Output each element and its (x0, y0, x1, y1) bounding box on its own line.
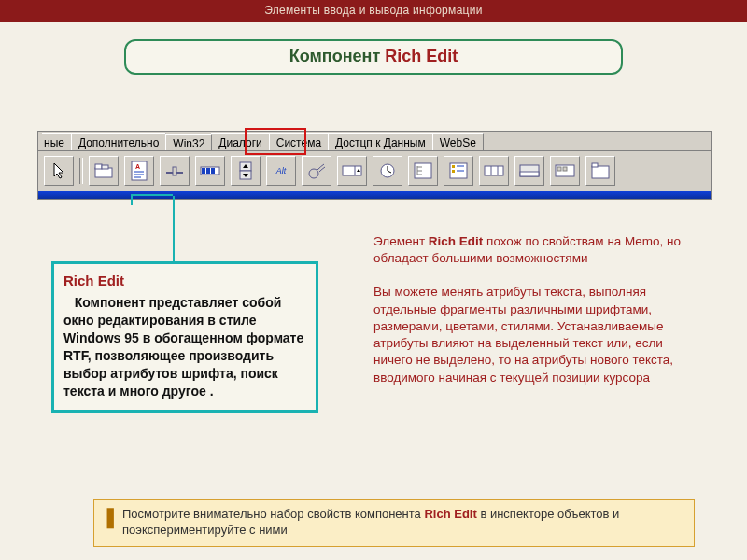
right-explainer: Элемент Rich Edit похож по свойствам на … (374, 233, 691, 386)
svg-rect-39 (563, 167, 567, 171)
treeview-icon[interactable] (408, 156, 438, 186)
title-box: Компонент Rich Edit (124, 39, 623, 75)
svg-rect-9 (173, 167, 176, 175)
svg-text:A: A (135, 163, 140, 170)
svg-rect-32 (485, 166, 503, 175)
svg-point-16 (309, 169, 318, 178)
tab-fragment-left[interactable]: ные (42, 133, 72, 150)
palette-tabs: ные Дополнительно Win32 Диалоги Система … (38, 132, 711, 150)
statusbar-icon[interactable] (514, 156, 544, 186)
right-paragraph-2: Вы можете менять атрибуты текста, выполн… (374, 284, 691, 385)
cursor-icon[interactable] (44, 156, 74, 186)
svg-rect-13 (211, 168, 215, 174)
svg-rect-40 (592, 166, 609, 178)
title-part1: Компонент (289, 47, 386, 65)
tab-win32[interactable]: Win32 (165, 134, 212, 150)
svg-rect-36 (520, 172, 539, 176)
toolbar-divider (79, 158, 83, 184)
svg-rect-1 (95, 164, 102, 169)
svg-rect-38 (557, 167, 561, 171)
hotkey-icon[interactable]: Alt (266, 156, 296, 186)
right-paragraph-1: Элемент Rich Edit похож по свойствам на … (374, 233, 691, 267)
updown-icon[interactable] (231, 156, 261, 186)
datetime-icon[interactable] (337, 156, 367, 186)
svg-rect-41 (592, 163, 598, 167)
progressbar-icon[interactable] (195, 156, 225, 186)
animate-icon[interactable] (302, 156, 331, 186)
svg-rect-11 (202, 168, 205, 174)
toolbar-icon[interactable] (550, 156, 580, 186)
tab-dialogs[interactable]: Диалоги (211, 133, 269, 150)
desc-body: Компонент представляет собой окно редакт… (63, 294, 306, 399)
page-header: Элементы ввода и вывода информации (0, 0, 747, 22)
tab-data-access[interactable]: Достцп к Данным (328, 133, 433, 150)
desc-heading: Rich Edit (63, 272, 306, 290)
richedit-description-box: Rich Edit Компонент представляет собой о… (51, 261, 318, 413)
svg-rect-29 (452, 170, 455, 173)
tip-box: ❚ Посмотрите внимательно набор свойств к… (93, 499, 695, 547)
tab-additional[interactable]: Дополнительно (71, 133, 166, 150)
monthcal-icon[interactable] (373, 156, 402, 186)
title-part2: Rich Edit (385, 47, 458, 65)
callout-connector (131, 194, 173, 196)
tip-text: Посмотрите внимательно набор свойств ком… (122, 507, 619, 537)
tip-icon: ❚ (102, 504, 119, 531)
svg-rect-2 (102, 165, 108, 169)
palette-toolrow: A Alt (38, 150, 711, 191)
svg-rect-12 (206, 168, 210, 174)
header-icon[interactable] (479, 156, 509, 186)
svg-rect-28 (452, 165, 455, 168)
pagecontrol-icon[interactable] (585, 156, 615, 186)
richedit-icon[interactable]: A (124, 156, 154, 186)
trackbar-icon[interactable] (160, 156, 190, 186)
component-palette: ные Дополнительно Win32 Диалоги Система … (37, 131, 710, 200)
callout-connector (173, 196, 175, 261)
listview-icon[interactable] (444, 156, 473, 186)
tab-system[interactable]: Система (269, 133, 329, 150)
tab-control-icon[interactable] (89, 156, 119, 186)
callout-connector (131, 194, 133, 205)
tab-fragment-right[interactable]: WebSe (432, 133, 484, 150)
